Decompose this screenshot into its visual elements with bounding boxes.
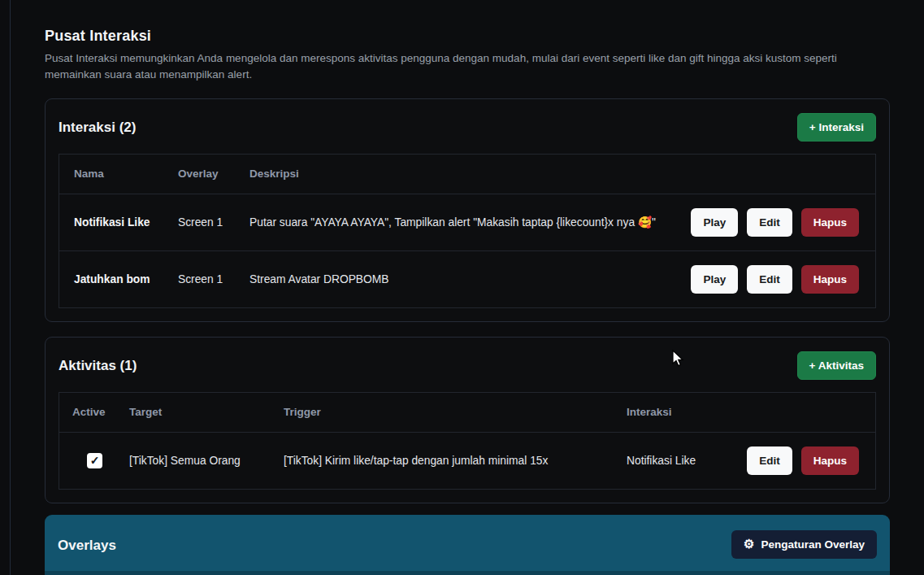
interaksi-name: Jatuhkan bom xyxy=(74,273,178,285)
overlays-bottom-strip xyxy=(45,571,890,575)
aktivitas-card: Aktivitas (1) + Aktivitas Active Target … xyxy=(45,337,890,503)
aktivitas-row: ✓ [TikTok] Semua Orang [TikTok] Kirim li… xyxy=(59,432,875,489)
aktivitas-table-header: Active Target Trigger Interaksi xyxy=(59,393,875,432)
interaksi-row-notifikasi-like: Notifikasi Like Screen 1 Putar suara "AY… xyxy=(59,194,875,250)
active-checkbox[interactable]: ✓ xyxy=(87,453,102,468)
interaksi-overlay: Screen 1 xyxy=(178,273,249,285)
edit-button[interactable]: Edit xyxy=(747,265,792,294)
column-header-overlay: Overlay xyxy=(178,168,249,180)
add-aktivitas-button[interactable]: + Aktivitas xyxy=(797,351,876,380)
aktivitas-trigger: [TikTok] Kirim like/tap-tap dengan jumla… xyxy=(284,455,627,467)
interaksi-name: Notifikasi Like xyxy=(74,216,178,229)
interaksi-overlay: Screen 1 xyxy=(178,216,249,229)
main-content: Pusat Interaksi Pusat Interaksi memungki… xyxy=(45,0,890,575)
aktivitas-target: [TikTok] Semua Orang xyxy=(129,455,284,467)
column-header-interaksi: Interaksi xyxy=(627,406,859,418)
column-header-nama: Nama xyxy=(74,168,178,180)
interaksi-description: Putar suara "AYAYA AYAYA", Tampilkan ale… xyxy=(249,216,691,229)
edit-button[interactable]: Edit xyxy=(747,208,792,237)
interaksi-table: Nama Overlay Deskripsi Notifikasi Like S… xyxy=(59,154,876,308)
mouse-cursor xyxy=(671,350,686,368)
interaksi-card: Interaksi (2) + Interaksi Nama Overlay D… xyxy=(45,98,890,322)
hapus-button[interactable]: Hapus xyxy=(801,446,859,475)
interaksi-row-jatuhkan-bom: Jatuhkan bom Screen 1 Stream Avatar DROP… xyxy=(59,250,875,307)
checkmark-icon: ✓ xyxy=(90,455,100,466)
column-header-deskripsi: Deskripsi xyxy=(249,168,859,180)
interaksi-description: Stream Avatar DROPBOMB xyxy=(249,273,691,285)
play-button[interactable]: Play xyxy=(691,265,738,294)
overlays-card: Overlays ⚙ Pengaturan Overlay xyxy=(45,515,890,575)
column-header-trigger: Trigger xyxy=(284,406,627,418)
page-description: Pusat Interaksi memungkinkan Anda mengel… xyxy=(45,50,872,84)
gear-icon: ⚙ xyxy=(744,538,754,550)
add-interaksi-button[interactable]: + Interaksi xyxy=(797,113,876,142)
column-header-target: Target xyxy=(129,406,284,418)
pengaturan-overlay-label: Pengaturan Overlay xyxy=(761,538,865,551)
interaksi-card-title: Interaksi (2) xyxy=(59,120,136,136)
overlays-title: Overlays xyxy=(58,538,116,554)
pengaturan-overlay-button[interactable]: ⚙ Pengaturan Overlay xyxy=(731,530,877,559)
hapus-button[interactable]: Hapus xyxy=(801,208,859,237)
interaksi-table-header: Nama Overlay Deskripsi xyxy=(59,155,875,194)
play-button[interactable]: Play xyxy=(691,208,738,237)
hapus-button[interactable]: Hapus xyxy=(801,265,859,294)
aktivitas-table: Active Target Trigger Interaksi ✓ [TikTo… xyxy=(59,392,876,490)
page-title: Pusat Interaksi xyxy=(45,28,890,45)
edit-button[interactable]: Edit xyxy=(747,446,792,475)
column-header-active: Active xyxy=(72,406,112,418)
left-divider xyxy=(10,0,11,575)
aktivitas-interaksi: Notifikasi Like xyxy=(627,455,747,467)
aktivitas-card-title: Aktivitas (1) xyxy=(59,358,137,374)
